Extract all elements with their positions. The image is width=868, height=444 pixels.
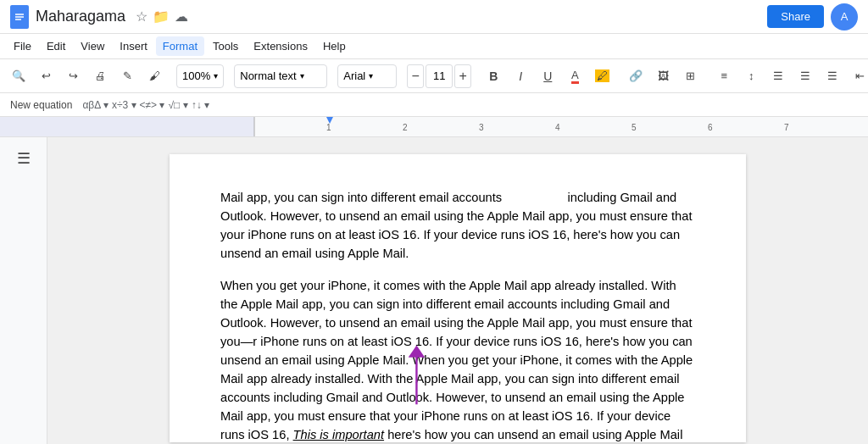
svg-text:4: 4 [555,123,560,132]
paint-format-button[interactable]: 🖌 [142,64,166,88]
paragraph-2: When you get your iPhone, it comes with … [220,276,695,444]
share-button[interactable]: Share [767,5,824,28]
font-select[interactable]: Arial ▾ [337,64,397,88]
link-button[interactable]: 🔗 [624,64,648,88]
outline-toggle[interactable]: ☰ [12,144,36,173]
svg-text:3: 3 [479,123,484,132]
text-color-button[interactable]: A [563,64,587,88]
menu-extensions[interactable]: Extensions [247,36,314,56]
menu-edit[interactable]: Edit [40,36,72,56]
svg-text:2: 2 [403,123,408,132]
star-icon[interactable]: ☆ [136,8,147,25]
menu-tools[interactable]: Tools [206,36,245,56]
eq-sym-4[interactable]: √□ ▾ [168,99,187,111]
ruler: 1 2 3 4 5 6 7 [0,117,868,137]
menu-help[interactable]: Help [316,36,353,56]
font-size-increase[interactable]: + [454,64,471,88]
spellcheck-button[interactable]: ✎ [115,64,139,88]
toolbar: 🔍 ↩ ↪ 🖨 ✎ 🖌 100% ▾ Normal text ▾ Arial ▾… [0,59,868,93]
align-button[interactable]: ≡ [712,64,736,88]
underline-button[interactable]: U [536,64,559,88]
title-actions: ☆ 📁 ☁ [136,8,188,25]
svg-text:7: 7 [784,123,789,132]
sidebar: ☰ [0,137,47,444]
style-value: Normal text [240,69,296,82]
indent-decrease-button[interactable]: ⇤ [848,64,868,88]
menu-format[interactable]: Format [156,36,204,56]
account-avatar[interactable]: A [831,3,858,31]
font-size-control: − 11 + [407,64,471,88]
svg-text:5: 5 [632,123,637,132]
print-button[interactable]: 🖨 [88,64,112,88]
svg-rect-1 [0,117,254,137]
title-bar: Maharagama ☆ 📁 ☁ Share A [0,0,868,34]
eq-sym-3[interactable]: <≠> ▾ [140,99,165,111]
equation-label: New equation [10,99,72,111]
italic-button[interactable]: I [509,64,532,88]
bold-button[interactable]: B [481,64,505,88]
menu-bar: File Edit View Insert Format Tools Exten… [0,34,868,59]
document-title: Maharagama [36,8,125,25]
important-text: This is important [293,428,385,441]
menu-view[interactable]: View [74,36,111,56]
folder-icon[interactable]: 📁 [153,8,170,25]
equation-symbols: αβΔ ▾ x÷3 ▾ <≠> ▾ √□ ▾ ↑↓ ▾ [82,99,209,111]
paragraph-1: Mail app, you can sign into different em… [220,188,695,263]
style-select[interactable]: Normal text ▾ [234,64,327,88]
undo-button[interactable]: ↩ [34,64,58,88]
eq-sym-1[interactable]: αβΔ ▾ [82,99,108,111]
highlight-button[interactable]: 🖊 [590,64,614,88]
bullet-list-button[interactable]: ☰ [793,64,817,88]
drawing-button[interactable]: ⊞ [678,64,702,88]
doc-icon [10,5,29,29]
menu-insert[interactable]: Insert [113,36,154,56]
cloud-icon[interactable]: ☁ [175,8,188,25]
image-button[interactable]: 🖼 [651,64,675,88]
font-size-value[interactable]: 11 [426,64,453,88]
font-size-decrease[interactable]: − [407,64,424,88]
eq-sym-5[interactable]: ↑↓ ▾ [192,99,209,111]
menu-file[interactable]: File [7,36,38,56]
equation-bar: New equation αβΔ ▾ x÷3 ▾ <≠> ▾ √□ ▾ ↑↓ ▾ [0,93,868,117]
checklist-button[interactable]: ☰ [766,64,790,88]
svg-text:6: 6 [708,123,713,132]
document-content: Mail app, you can sign into different em… [220,188,695,444]
svg-text:1: 1 [326,123,331,132]
zoom-select[interactable]: 100% ▾ [176,64,224,88]
document-page: Mail app, you can sign into different em… [170,154,746,442]
main-area: ☰ Mail app, you can sign into different … [0,137,868,444]
line-spacing-button[interactable]: ↕ [739,64,763,88]
page-area[interactable]: Mail app, you can sign into different em… [47,137,868,444]
numbered-list-button[interactable]: ☰ [821,64,844,88]
search-button[interactable]: 🔍 [7,64,31,88]
redo-button[interactable]: ↪ [61,64,85,88]
eq-sym-2[interactable]: x÷3 ▾ [112,99,136,111]
font-value: Arial [343,69,365,82]
